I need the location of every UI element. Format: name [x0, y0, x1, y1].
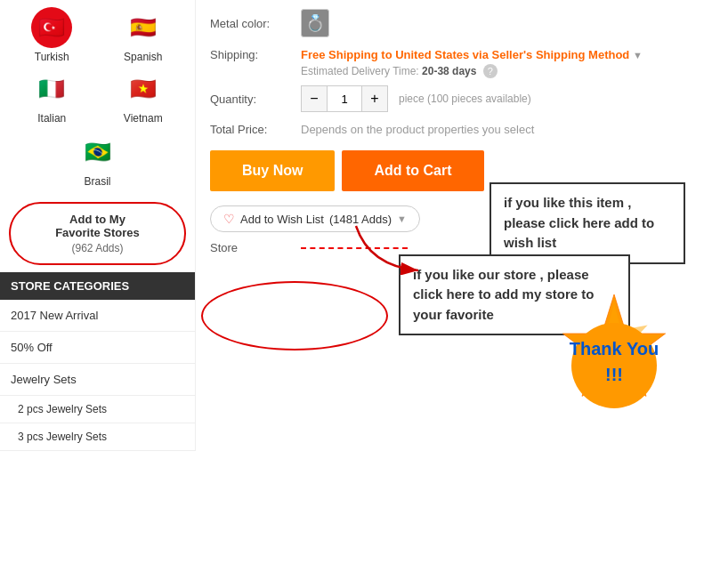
flag-spanish: 🇪🇸: [123, 7, 164, 48]
add-favorite-button[interactable]: Add to My Favorite Stores (962 Adds): [9, 202, 186, 265]
flag-grid: 🇹🇷 Turkish 🇪🇸 Spanish 🇮🇹 Italian: [0, 0, 195, 132]
store-arrow: [352, 222, 423, 278]
category-50off[interactable]: 50% Off: [0, 332, 195, 364]
shipping-row: Shipping: Free Shipping to United States…: [210, 48, 698, 78]
quantity-increase-button[interactable]: +: [362, 86, 387, 111]
favorite-oval-highlight: [201, 281, 388, 350]
flag-label-brasil: Brasil: [84, 175, 110, 188]
flag-brasil-row: 🇧🇷 Brasil: [0, 132, 195, 195]
flag-label-italian: Italian: [37, 112, 66, 125]
flag-item-vietnam[interactable]: 🇻🇳 Vietnam: [101, 68, 187, 125]
metal-color-row: Metal color: 💍: [210, 9, 698, 37]
total-price-row: Total Price: Depends on the product prop…: [210, 123, 698, 136]
heart-icon: ♡: [223, 212, 235, 226]
flag-label-spanish: Spanish: [124, 51, 162, 63]
flag-brasil: 🇧🇷: [77, 132, 118, 173]
metal-color-swatch[interactable]: 💍: [301, 9, 329, 37]
quantity-decrease-button[interactable]: −: [302, 86, 327, 111]
category-jewelry-sets[interactable]: Jewelry Sets: [0, 364, 195, 396]
shipping-label: Shipping:: [210, 48, 290, 61]
flag-label-vietnam: Vietnam: [124, 112, 163, 125]
quantity-control: − +: [301, 85, 388, 112]
store-label: Store: [210, 241, 290, 254]
store-categories-header: STORE CATEGORIES: [0, 272, 195, 300]
main-content: Metal color: 💍 Shipping: Free Shipping t…: [196, 0, 712, 451]
flag-label-turkish: Turkish: [35, 51, 69, 63]
subcategory-3pcs[interactable]: 3 pcs Jewelry Sets: [0, 423, 195, 451]
flag-italian: 🇮🇹: [31, 68, 72, 109]
subcategory-2pcs[interactable]: 2 pcs Jewelry Sets: [0, 396, 195, 423]
shipping-to: to United States via Seller's Shipping M…: [381, 48, 629, 61]
shipping-free: Free Shipping: [301, 48, 378, 61]
shipping-info: Free Shipping to United States via Selle…: [301, 48, 643, 78]
thank-you-starburst: Thank You !!!: [543, 291, 685, 433]
est-delivery: Estimated Delivery Time: 20-38 days ?: [301, 64, 643, 78]
sidebar: 🇹🇷 Turkish 🇪🇸 Spanish 🇮🇹 Italian: [0, 0, 196, 451]
delivery-days: 20-38 days: [422, 65, 476, 77]
flag-item-brasil[interactable]: 🇧🇷 Brasil: [77, 132, 118, 188]
quantity-label: Quantity:: [210, 93, 290, 106]
flag-turkish: 🇹🇷: [31, 7, 72, 48]
flag-vietnam: 🇻🇳: [123, 68, 164, 109]
metal-color-label: Metal color:: [210, 17, 290, 30]
total-price-value: Depends on the product properties you se…: [301, 123, 534, 136]
wishlist-callout: if you like this item , please click her…: [490, 182, 685, 264]
total-price-label: Total Price:: [210, 123, 290, 136]
flag-item-turkish[interactable]: 🇹🇷 Turkish: [9, 7, 95, 63]
page-layout: 🇹🇷 Turkish 🇪🇸 Spanish 🇮🇹 Italian: [0, 0, 712, 451]
quantity-note: piece (100 pieces available): [399, 93, 531, 105]
quantity-input[interactable]: [327, 86, 362, 111]
wishlist-label: Add to Wish List: [240, 213, 324, 226]
favorite-adds: (962 Adds): [18, 242, 177, 254]
help-icon[interactable]: ?: [483, 64, 498, 78]
quantity-row: Quantity: − + piece (100 pieces availabl…: [210, 85, 698, 112]
flag-item-italian[interactable]: 🇮🇹 Italian: [9, 68, 95, 125]
add-to-cart-button[interactable]: Add to Cart: [342, 150, 483, 191]
favorite-btn-line1: Add to My Favorite Stores: [18, 213, 177, 239]
svg-point-4: [571, 323, 657, 408]
flag-item-spanish[interactable]: 🇪🇸 Spanish: [101, 7, 187, 63]
buy-now-button[interactable]: Buy Now: [210, 150, 335, 191]
category-2017[interactable]: 2017 New Arrival: [0, 300, 195, 332]
